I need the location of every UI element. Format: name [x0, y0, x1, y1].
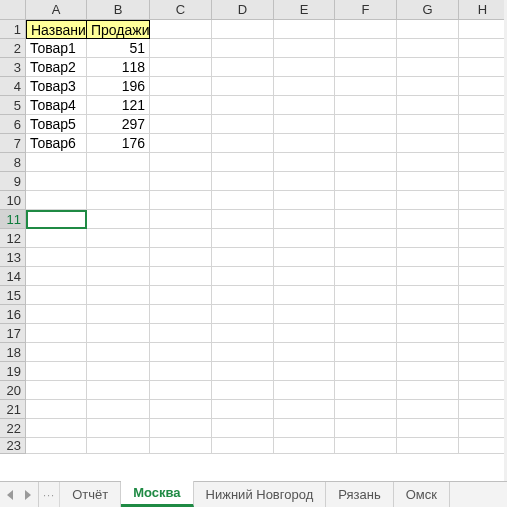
cell-A16[interactable]: [26, 305, 87, 324]
cell-H2[interactable]: [459, 39, 507, 58]
cell-C9[interactable]: [150, 172, 212, 191]
sheet-tab-0[interactable]: Отчёт: [60, 482, 121, 507]
cell-C19[interactable]: [150, 362, 212, 381]
row-header-2[interactable]: 2: [0, 39, 26, 58]
cell-A1[interactable]: Название: [26, 20, 87, 39]
cell-G2[interactable]: [397, 39, 459, 58]
row-header-23[interactable]: 23: [0, 438, 26, 454]
cell-B17[interactable]: [87, 324, 150, 343]
cell-F21[interactable]: [335, 400, 397, 419]
cell-D5[interactable]: [212, 96, 274, 115]
cell-D12[interactable]: [212, 229, 274, 248]
cell-A5[interactable]: Товар4: [26, 96, 87, 115]
cell-E16[interactable]: [274, 305, 335, 324]
cell-C16[interactable]: [150, 305, 212, 324]
cell-A4[interactable]: Товар3: [26, 77, 87, 96]
cell-B12[interactable]: [87, 229, 150, 248]
row-header-17[interactable]: 17: [0, 324, 26, 343]
cell-D20[interactable]: [212, 381, 274, 400]
cell-H16[interactable]: [459, 305, 507, 324]
cell-H7[interactable]: [459, 134, 507, 153]
cell-C20[interactable]: [150, 381, 212, 400]
cell-A14[interactable]: [26, 267, 87, 286]
column-header-d[interactable]: D: [212, 0, 274, 20]
cell-D2[interactable]: [212, 39, 274, 58]
column-header-c[interactable]: C: [150, 0, 212, 20]
cell-B10[interactable]: [87, 191, 150, 210]
cell-C5[interactable]: [150, 96, 212, 115]
cell-F3[interactable]: [335, 58, 397, 77]
cell-E5[interactable]: [274, 96, 335, 115]
tab-nav-next-icon[interactable]: [22, 490, 32, 500]
cell-E22[interactable]: [274, 419, 335, 438]
cell-B20[interactable]: [87, 381, 150, 400]
row-header-14[interactable]: 14: [0, 267, 26, 286]
cell-A11[interactable]: [26, 210, 87, 229]
cell-A21[interactable]: [26, 400, 87, 419]
cell-A8[interactable]: [26, 153, 87, 172]
cell-C6[interactable]: [150, 115, 212, 134]
row-header-6[interactable]: 6: [0, 115, 26, 134]
cell-C13[interactable]: [150, 248, 212, 267]
row-header-11[interactable]: 11: [0, 210, 26, 229]
cell-E15[interactable]: [274, 286, 335, 305]
cell-G19[interactable]: [397, 362, 459, 381]
cell-E11[interactable]: [274, 210, 335, 229]
cell-D1[interactable]: [212, 20, 274, 39]
cell-F17[interactable]: [335, 324, 397, 343]
cell-E18[interactable]: [274, 343, 335, 362]
cell-D11[interactable]: [212, 210, 274, 229]
cell-E3[interactable]: [274, 58, 335, 77]
cell-H21[interactable]: [459, 400, 507, 419]
cell-C14[interactable]: [150, 267, 212, 286]
row-header-12[interactable]: 12: [0, 229, 26, 248]
cell-C8[interactable]: [150, 153, 212, 172]
cell-G17[interactable]: [397, 324, 459, 343]
cell-B21[interactable]: [87, 400, 150, 419]
tab-nav-prev-icon[interactable]: [6, 490, 16, 500]
sheet-tab-3[interactable]: Рязань: [326, 482, 393, 507]
cell-G4[interactable]: [397, 77, 459, 96]
cell-A20[interactable]: [26, 381, 87, 400]
cell-G22[interactable]: [397, 419, 459, 438]
cell-H5[interactable]: [459, 96, 507, 115]
cell-A13[interactable]: [26, 248, 87, 267]
cell-F2[interactable]: [335, 39, 397, 58]
cell-E12[interactable]: [274, 229, 335, 248]
cell-F14[interactable]: [335, 267, 397, 286]
cell-F7[interactable]: [335, 134, 397, 153]
cell-D18[interactable]: [212, 343, 274, 362]
cell-F23[interactable]: [335, 438, 397, 454]
cell-H19[interactable]: [459, 362, 507, 381]
row-header-13[interactable]: 13: [0, 248, 26, 267]
column-header-e[interactable]: E: [274, 0, 335, 20]
cell-H6[interactable]: [459, 115, 507, 134]
cell-G14[interactable]: [397, 267, 459, 286]
cell-C11[interactable]: [150, 210, 212, 229]
cell-A18[interactable]: [26, 343, 87, 362]
cell-D16[interactable]: [212, 305, 274, 324]
cell-F18[interactable]: [335, 343, 397, 362]
cell-C2[interactable]: [150, 39, 212, 58]
cell-C17[interactable]: [150, 324, 212, 343]
cell-E19[interactable]: [274, 362, 335, 381]
cell-F6[interactable]: [335, 115, 397, 134]
cell-F9[interactable]: [335, 172, 397, 191]
cell-D17[interactable]: [212, 324, 274, 343]
cell-A12[interactable]: [26, 229, 87, 248]
cell-A2[interactable]: Товар1: [26, 39, 87, 58]
cell-E2[interactable]: [274, 39, 335, 58]
cell-A15[interactable]: [26, 286, 87, 305]
cell-G15[interactable]: [397, 286, 459, 305]
cell-F11[interactable]: [335, 210, 397, 229]
select-all-corner[interactable]: [0, 0, 26, 20]
cell-A22[interactable]: [26, 419, 87, 438]
cell-E23[interactable]: [274, 438, 335, 454]
cell-G9[interactable]: [397, 172, 459, 191]
cell-H23[interactable]: [459, 438, 507, 454]
cell-E21[interactable]: [274, 400, 335, 419]
cell-C23[interactable]: [150, 438, 212, 454]
cell-B18[interactable]: [87, 343, 150, 362]
cell-D8[interactable]: [212, 153, 274, 172]
column-header-f[interactable]: F: [335, 0, 397, 20]
